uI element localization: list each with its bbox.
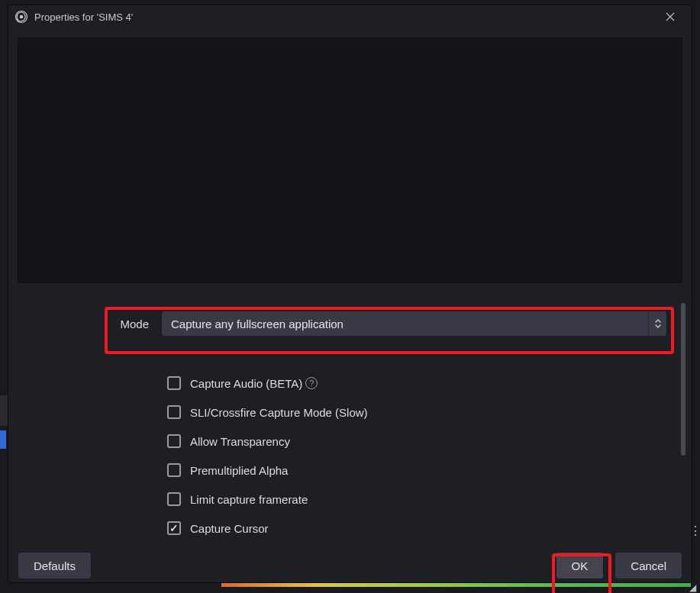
checkbox[interactable] <box>167 521 181 535</box>
checkbox[interactable] <box>167 376 181 390</box>
mode-dropdown-value: Capture any fullscreen application <box>162 317 648 330</box>
checkbox-row[interactable]: Capture Audio (BETA)? <box>167 369 682 398</box>
checkbox[interactable] <box>167 492 181 506</box>
dialog-body: Mode Capture any fullscreen application … <box>8 28 692 552</box>
checkbox-label: SLI/Crossfire Capture Mode (Slow) <box>190 406 368 419</box>
settings-panel: Mode Capture any fullscreen application … <box>18 294 682 543</box>
help-icon[interactable]: ? <box>305 377 318 389</box>
checkbox-label: Limit capture framerate <box>190 493 308 506</box>
checkbox-row[interactable]: SLI/Crossfire Capture Mode (Slow) <box>167 398 682 427</box>
scrollbar-thumb[interactable] <box>681 303 685 456</box>
close-button[interactable] <box>655 5 685 28</box>
checkbox-label: Allow Transparency <box>190 435 290 448</box>
mode-row: Mode Capture any fullscreen application <box>24 305 676 343</box>
titlebar-text: Properties for 'SIMS 4' <box>34 11 655 23</box>
checkbox[interactable] <box>167 463 181 477</box>
checkbox-label: Premultiplied Alpha <box>190 464 288 477</box>
svg-point-1 <box>20 15 22 18</box>
checkbox-row[interactable]: Allow Transparency <box>167 427 682 456</box>
mode-label: Mode <box>27 317 161 330</box>
checkbox-row[interactable]: Limit capture framerate <box>167 485 682 514</box>
checkbox-row[interactable]: Capture Cursor <box>167 514 682 543</box>
checkbox-label: Capture Cursor <box>190 522 269 535</box>
properties-dialog: Properties for 'SIMS 4' Mode Capture any… <box>8 5 692 583</box>
dropdown-stepper-icon <box>648 311 666 336</box>
background-selection-fragment <box>0 430 6 449</box>
source-preview <box>18 37 682 283</box>
checkbox[interactable] <box>167 434 181 448</box>
defaults-button[interactable]: Defaults <box>18 552 92 579</box>
ok-button[interactable]: OK <box>556 552 605 579</box>
cancel-button[interactable]: Cancel <box>615 552 682 579</box>
titlebar[interactable]: Properties for 'SIMS 4' <box>8 5 692 28</box>
mode-dropdown[interactable]: Capture any fullscreen application <box>161 311 667 337</box>
close-icon <box>666 12 675 21</box>
button-bar: Defaults OK Cancel <box>8 552 692 588</box>
obs-app-icon <box>15 10 28 24</box>
checkbox[interactable] <box>167 405 181 419</box>
checkbox-row[interactable]: Premultiplied Alpha <box>167 456 682 485</box>
checkbox-label: Capture Audio (BETA)? <box>190 377 318 390</box>
checkbox-group: Capture Audio (BETA)?SLI/Crossfire Captu… <box>167 369 682 543</box>
